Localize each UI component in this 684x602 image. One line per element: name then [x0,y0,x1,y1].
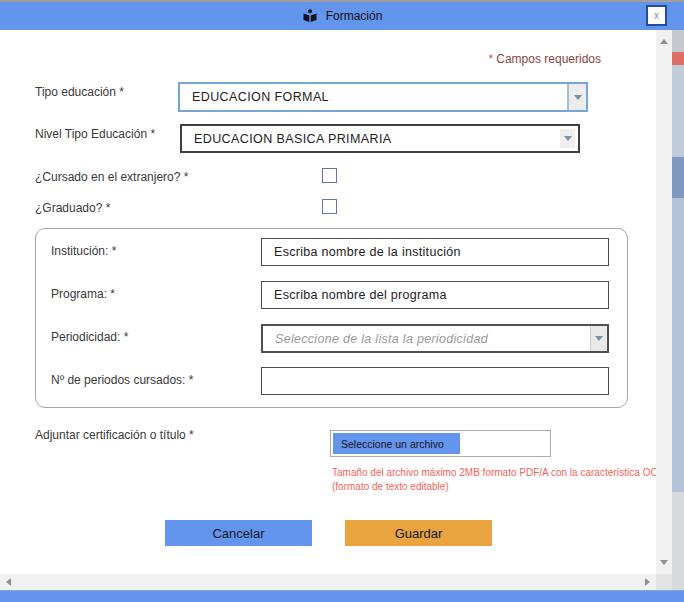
modal-content: *Campos requeridos Tipo educación * EDUC… [0,30,656,574]
required-fields-note: *Campos requeridos [489,52,601,66]
strip-track-lower [672,198,684,492]
cancel-button[interactable]: Cancelar [165,520,312,546]
strip-track-top [672,30,684,52]
tipo-educacion-value: EDUCACION FORMAL [192,90,329,104]
strip-red-marker [672,52,684,65]
scroll-right-icon[interactable] [645,578,650,586]
scroll-up-icon[interactable] [660,39,668,44]
programa-label: Programa: * [51,287,115,301]
tipo-educacion-label: Tipo educación * [35,85,124,99]
strip-track-bottom [672,492,684,590]
chevron-down-icon[interactable] [560,129,575,148]
institucion-label: Institución: * [51,244,116,258]
periodos-cursados-label: Nº de periodos cursados: * [51,373,193,387]
education-book-icon [302,8,318,24]
periodos-cursados-input[interactable] [261,367,609,395]
scrollbar-corner [656,574,672,590]
periodicidad-select[interactable]: Seleccione de la lista la periodicidad [261,324,609,353]
cursado-extranjero-label: ¿Cursado en el extranjero? * [35,170,188,184]
nivel-tipo-educacion-label: Nivel Tipo Educación * [35,127,155,141]
close-button[interactable]: x [646,5,667,26]
scroll-left-icon[interactable] [6,578,11,586]
programa-input[interactable] [261,281,609,309]
file-help-line1: Tamaño del archivo máximo 2MB formato PD… [332,466,665,480]
adjuntar-label: Adjuntar certificación o título * [35,428,194,442]
formacion-modal: Formación x *Campos requeridos Tipo educ… [0,0,684,602]
background-page-bar [0,590,684,602]
chevron-down-icon[interactable] [590,326,607,351]
periodicidad-placeholder: Seleccione de la lista la periodicidad [275,332,488,346]
horizontal-scrollbar[interactable] [0,574,656,590]
save-button[interactable]: Guardar [345,520,492,546]
modal-title: Formación [326,9,383,23]
nivel-tipo-educacion-select[interactable]: EDUCACION BASICA PRIMARIA [180,124,580,153]
chevron-down-icon[interactable] [567,84,586,110]
strip-track [672,65,684,157]
graduado-checkbox[interactable] [322,199,337,214]
periodicidad-label: Periodicidad: * [51,330,128,344]
select-file-button[interactable]: Seleccione un archivo [333,433,460,454]
required-note-text: Campos requeridos [496,52,601,66]
tipo-educacion-select[interactable]: EDUCACION FORMAL [178,82,588,112]
vertical-scrollbar[interactable] [656,30,672,574]
institucion-programa-group: Institución: * Programa: * Periodicidad:… [35,228,628,408]
background-page-scrollbar-strip [672,30,684,590]
file-input-box[interactable]: Seleccione un archivo [330,430,551,457]
required-asterisk: * [489,52,494,66]
strip-scroll-thumb[interactable] [672,157,684,198]
graduado-label: ¿Graduado? * [35,201,110,215]
file-help-line2: (formato de texto editable) [332,480,449,494]
cursado-extranjero-checkbox[interactable] [322,168,337,183]
modal-header: Formación x [0,2,684,30]
scroll-down-icon[interactable] [660,560,668,565]
institucion-input[interactable] [261,238,609,266]
nivel-tipo-educacion-value: EDUCACION BASICA PRIMARIA [194,132,392,146]
modal-title-group: Formación [302,8,383,24]
